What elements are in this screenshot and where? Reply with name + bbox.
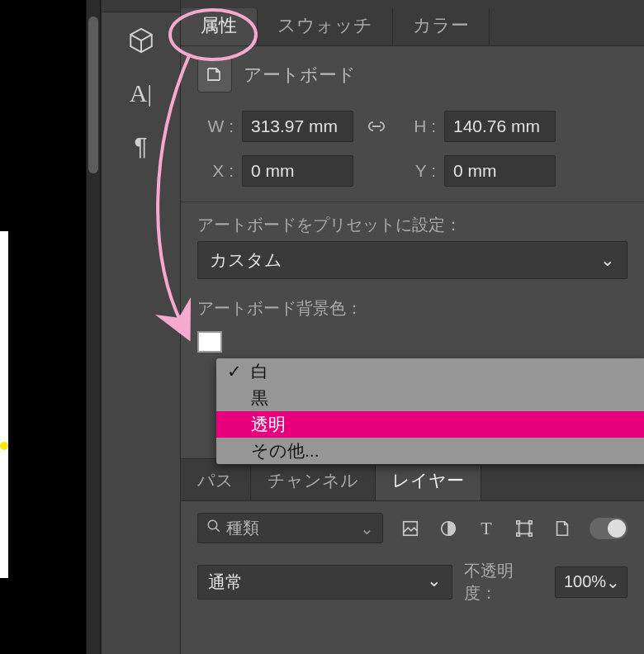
tab-color[interactable]: カラー: [393, 8, 490, 45]
svg-rect-6: [517, 533, 520, 536]
height-input[interactable]: [444, 111, 556, 142]
bgcolor-swatch[interactable]: [197, 331, 222, 353]
canvas-dot: [0, 442, 8, 450]
x-input[interactable]: [242, 155, 353, 187]
tab-attributes[interactable]: 属性: [181, 8, 258, 45]
option-label: 白: [251, 360, 268, 383]
check-icon: ✓: [226, 362, 243, 382]
svg-point-0: [208, 520, 217, 529]
paragraph-tool-label: ¶: [134, 132, 147, 160]
toolbar-header: [102, 0, 180, 12]
preset-value: カスタム: [210, 249, 282, 272]
type-tool-icon[interactable]: A|: [116, 69, 166, 118]
blend-mode-value: 通常: [208, 571, 243, 594]
bgcolor-option-white[interactable]: ✓ 白: [216, 358, 644, 385]
filter-shape-icon[interactable]: [514, 518, 535, 539]
artboard-label: アートボード: [244, 63, 356, 88]
type-tool-label: A|: [130, 79, 153, 107]
link-wh-icon[interactable]: [362, 111, 391, 141]
bgcolor-option-transparent[interactable]: 透明: [216, 411, 644, 438]
filter-type-icon[interactable]: T: [476, 518, 497, 539]
tab-channels[interactable]: チャンネル: [251, 466, 376, 500]
height-label: H :: [400, 116, 436, 136]
artboard-icon: [197, 58, 232, 92]
filter-adjustment-icon[interactable]: [438, 518, 459, 539]
bgcolor-popup: ✓ 白 黒 透明 その他...: [216, 358, 644, 464]
width-input[interactable]: [242, 111, 353, 142]
y-input[interactable]: [444, 155, 556, 187]
filter-value: 種類: [226, 517, 259, 539]
artboard-header-row: アートボード: [181, 46, 644, 104]
filter-image-icon[interactable]: [400, 518, 421, 539]
layer-filter-icons: T: [400, 518, 627, 539]
blend-opacity-row: 通常 ⌄ 不透明度： 100% ⌄: [181, 555, 644, 614]
svg-rect-7: [529, 533, 533, 536]
layer-filter-dropdown[interactable]: 種類 ⌄: [197, 513, 383, 543]
bgcolor-label: アートボード背景色：: [181, 294, 644, 325]
option-label: 黒: [251, 386, 268, 410]
x-label: X :: [197, 161, 234, 181]
scrollbar-thumb[interactable]: [88, 17, 98, 173]
chevron-down-icon: ⌄: [360, 519, 374, 538]
divider: [181, 201, 644, 202]
blend-mode-dropdown[interactable]: 通常 ⌄: [197, 565, 452, 600]
svg-rect-5: [529, 520, 533, 524]
chevron-down-icon: ⌄: [427, 571, 442, 594]
panel-tabs-bottom: パス チャンネル レイヤー: [181, 458, 644, 501]
panel-tabs-top: 属性 スウォッチ カラー: [181, 0, 644, 46]
dimensions-xy-row: X : Y :: [181, 149, 644, 193]
dimensions-wh-row: W : H :: [181, 104, 644, 149]
bgcolor-row: [181, 325, 644, 359]
tab-swatches[interactable]: スウォッチ: [258, 8, 393, 45]
tab-layers[interactable]: レイヤー: [376, 466, 481, 500]
toolbar-strip: A| ¶: [101, 0, 181, 654]
preset-label: アートボードをプリセットに設定：: [181, 211, 644, 241]
paragraph-tool-icon[interactable]: ¶: [116, 121, 166, 171]
preset-dropdown[interactable]: カスタム ⌄: [197, 241, 627, 279]
option-label: その他...: [251, 439, 320, 462]
opacity-input[interactable]: 100% ⌄: [555, 566, 627, 598]
svg-rect-3: [519, 523, 530, 533]
svg-rect-4: [517, 520, 520, 524]
filter-smartobject-icon[interactable]: [552, 518, 573, 539]
tab-paths[interactable]: パス: [181, 466, 251, 500]
option-label: 透明: [251, 413, 286, 436]
chevron-down-icon: ⌄: [606, 572, 620, 592]
width-label: W :: [197, 116, 234, 136]
filter-toggle[interactable]: [590, 518, 627, 539]
canvas-edge: [0, 231, 8, 578]
opacity-value: 100%: [564, 572, 606, 592]
scrollbar-track[interactable]: [86, 0, 101, 654]
bgcolor-option-other[interactable]: その他...: [216, 438, 644, 464]
opacity-label: 不透明度：: [464, 560, 543, 604]
chevron-down-icon: ⌄: [600, 250, 615, 270]
layers-filter-row: 種類 ⌄ T: [181, 501, 644, 555]
properties-panel: 属性 スウォッチ カラー アートボード W : H : X : Y : アートボ…: [181, 0, 644, 654]
y-label: Y :: [400, 161, 436, 181]
cube-3d-icon[interactable]: [116, 16, 166, 65]
search-icon: [206, 519, 221, 538]
bgcolor-option-black[interactable]: 黒: [216, 385, 644, 411]
